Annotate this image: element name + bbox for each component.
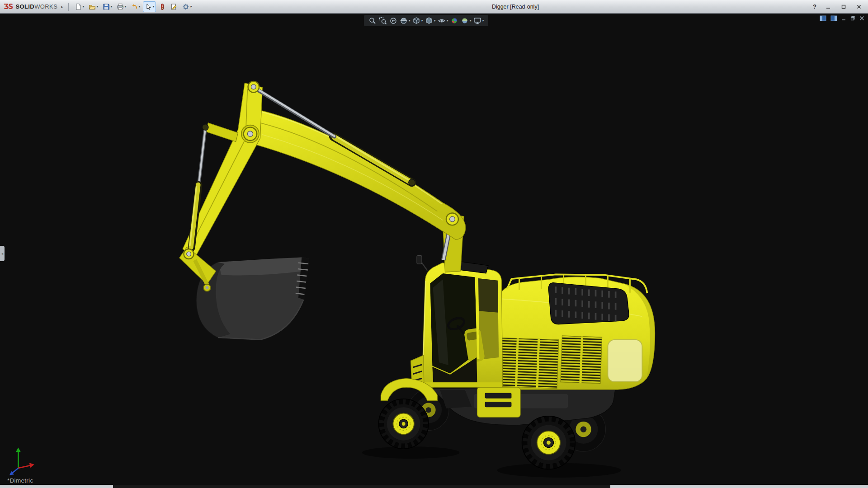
save-icon	[103, 3, 110, 10]
engine-body[interactable]	[495, 274, 655, 389]
chevron-left-icon: ◂	[1, 252, 3, 256]
hide-show-eye-icon	[438, 17, 446, 25]
display-style-button[interactable]: ▾	[425, 17, 435, 25]
options-button[interactable]: ▾	[180, 1, 193, 12]
maximize-button[interactable]	[838, 2, 849, 11]
app-brand: SOLIDWORKS	[15, 3, 57, 10]
select-button[interactable]: ▾	[143, 1, 156, 12]
show-right-pane-button[interactable]	[830, 15, 837, 21]
open-button[interactable]: ▾	[87, 1, 100, 12]
rebuild-button[interactable]	[157, 1, 168, 12]
minimize-document-icon	[841, 16, 846, 21]
new-document-button[interactable]: ▾	[73, 1, 86, 12]
mirror	[417, 256, 422, 264]
options-gear-icon	[182, 3, 189, 10]
status-bar-dark-segment	[113, 485, 610, 488]
window-title: Digger [Read-only]	[492, 4, 539, 10]
undo-button[interactable]: ▾	[129, 1, 142, 12]
save-button[interactable]: ▾	[101, 1, 114, 12]
close-document-button[interactable]	[859, 16, 864, 21]
right-pane-icon	[830, 15, 837, 21]
hide-show-items-button[interactable]: ▾	[438, 17, 448, 25]
restore-document-button[interactable]	[850, 16, 855, 21]
side-panel-window[interactable]	[608, 340, 642, 382]
edit-appearance-ball-icon	[450, 17, 458, 25]
view-orientation-cube-icon	[412, 17, 420, 25]
file-properties-button[interactable]	[169, 1, 179, 12]
previous-view-button[interactable]	[389, 17, 397, 25]
previous-view-icon	[389, 17, 397, 25]
document-window-controls	[820, 15, 864, 21]
application-window: ƷS SOLIDWORKS ▸ ▾ ▾	[0, 0, 868, 488]
apply-scene-globe-icon	[461, 17, 469, 25]
view-orientation-label: *Dimetric	[7, 477, 33, 484]
minimize-icon	[826, 5, 830, 9]
edit-appearance-button[interactable]	[450, 17, 458, 25]
status-bar	[0, 485, 868, 488]
side-grilles	[495, 336, 602, 389]
open-folder-icon	[89, 3, 96, 10]
cab[interactable]	[417, 256, 503, 387]
menu-expander-icon[interactable]: ▸	[61, 5, 63, 9]
select-cursor-icon	[145, 3, 152, 10]
close-document-icon	[859, 16, 864, 21]
apply-scene-button[interactable]: ▾	[461, 17, 471, 25]
feature-panel-collapse-tab[interactable]: ◂	[0, 246, 5, 261]
title-bar: ƷS SOLIDWORKS ▸ ▾ ▾	[0, 0, 868, 14]
show-left-pane-button[interactable]	[820, 15, 826, 21]
engine-vent-cover[interactable]	[548, 283, 629, 324]
new-document-icon	[75, 3, 82, 10]
front-left-wheel[interactable]	[379, 399, 429, 449]
file-properties-icon	[170, 3, 178, 10]
view-settings-icon	[473, 17, 481, 25]
zoom-to-fit-icon	[368, 17, 377, 25]
view-orientation-button[interactable]: ▾	[412, 17, 423, 25]
rear-left-wheel[interactable]	[522, 416, 576, 469]
print-icon	[117, 3, 124, 10]
zoom-to-fit-button[interactable]	[368, 17, 377, 25]
solidworks-logo-icon: ƷS	[4, 3, 13, 11]
minimize-button[interactable]	[823, 2, 834, 11]
heads-up-view-toolbar: ▾ ▾ ▾ ▾	[364, 15, 488, 26]
close-icon	[857, 5, 861, 9]
minimize-document-button[interactable]	[841, 16, 846, 21]
display-style-icon	[425, 17, 433, 25]
zoom-to-area-icon	[379, 17, 387, 25]
section-view-button[interactable]: ▾	[400, 17, 410, 25]
print-button[interactable]: ▾	[115, 1, 128, 12]
maximize-icon	[841, 5, 846, 9]
restore-document-icon	[850, 16, 855, 21]
close-button[interactable]	[854, 2, 864, 11]
left-pane-icon	[820, 15, 826, 21]
undo-icon	[131, 3, 138, 10]
toolbar-separator	[68, 3, 69, 11]
view-settings-button[interactable]: ▾	[473, 17, 484, 25]
zoom-to-area-button[interactable]	[379, 17, 387, 25]
help-button[interactable]: ?	[811, 3, 818, 10]
3d-viewport[interactable]	[0, 0, 868, 488]
rebuild-traffic-light-icon	[159, 3, 166, 10]
section-view-icon	[400, 17, 408, 25]
